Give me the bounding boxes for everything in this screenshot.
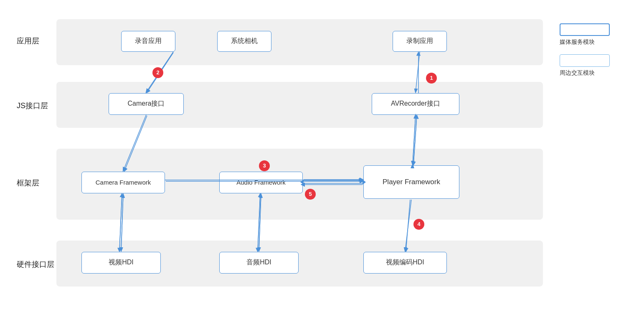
node-camera-framework: Camera Framework: [81, 172, 165, 193]
node-player-framework: Player Framework: [363, 165, 459, 199]
node-luyin: 录音应用: [121, 31, 175, 52]
node-video-encode-hdi: 视频编码HDI: [363, 252, 447, 274]
node-camera-api: Camera接口: [109, 93, 184, 115]
node-xitongxiangji: 系统相机: [217, 31, 271, 52]
legend-label-media: 媒体服务模块: [560, 38, 595, 46]
node-audio-framework: Audio Framework: [219, 172, 303, 193]
app-layer-label: 应用层: [17, 36, 39, 46]
legend-label-peripheral: 周边交互模块: [560, 69, 595, 77]
legend-box-peripheral: [560, 54, 610, 67]
legend-item-peripheral: 周边交互模块: [560, 54, 635, 77]
diagram-wrapper: 应用层 JS接口层 框架层 硬件接口层 录音应用 系统相机 录制应用 Camer…: [13, 11, 547, 312]
legend-box-media: [560, 23, 610, 36]
badge-1: 1: [426, 73, 437, 84]
framework-layer-label: 框架层: [17, 178, 39, 188]
badge-5: 5: [305, 189, 316, 200]
node-avrecorder-api: AVRecorder接口: [372, 93, 459, 115]
badge-3: 3: [259, 160, 270, 171]
badge-4: 4: [413, 219, 424, 230]
badge-2: 2: [152, 67, 163, 78]
hardware-layer-label: 硬件接口层: [17, 259, 54, 269]
node-video-hdi: 视频HDI: [81, 252, 161, 274]
legend-item-media: 媒体服务模块: [560, 23, 635, 46]
js-layer-label: JS接口层: [17, 101, 48, 111]
node-luzhi: 录制应用: [393, 31, 447, 52]
main-container: 应用层 JS接口层 框架层 硬件接口层 录音应用 系统相机 录制应用 Camer…: [0, 3, 644, 320]
legend-area: 媒体服务模块 周边交互模块: [560, 11, 635, 77]
node-audio-hdi: 音频HDI: [219, 252, 299, 274]
